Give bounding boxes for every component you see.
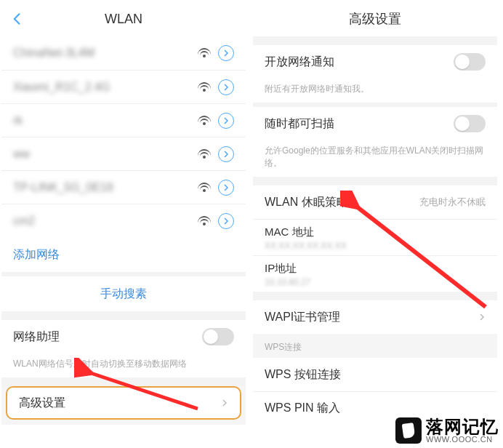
wapi-label: WAPI证书管理 (265, 310, 478, 325)
add-network-link[interactable]: 添加网络 (1, 237, 246, 272)
chevron-right-icon (478, 313, 486, 321)
wps-pin-label: WPS PIN 输入 (265, 401, 486, 416)
chevron-right-icon (221, 399, 228, 407)
network-assistant-row[interactable]: 网络助理 (1, 320, 246, 353)
scan-always-toggle[interactable] (454, 115, 486, 132)
advanced-settings-row[interactable]: 高级设置 (6, 386, 241, 420)
page-title-right: 高级设置 (349, 10, 401, 28)
watermark-text-cn: 落网记忆 (426, 418, 499, 436)
wlan-screen: WLAN ChinaNet-3L4M Xiaomi_R1C_2.4G rk ww (1, 1, 246, 425)
page-title-left: WLAN (105, 12, 142, 27)
wifi-signal-icon (198, 183, 211, 193)
wifi-name: ChinaNet-3L4M (13, 47, 198, 60)
network-assistant-toggle[interactable] (202, 328, 234, 345)
advanced-settings-screen: 高级设置 开放网络通知 附近有开放网络时通知我。 随时都可扫描 允许Google… (253, 1, 497, 425)
scan-always-title: 随时都可扫描 (265, 116, 454, 132)
watermark-icon (395, 417, 422, 444)
open-network-desc: 附近有开放网络时通知我。 (253, 79, 497, 103)
header-right: 高级设置 (253, 1, 497, 36)
wifi-network-3[interactable]: ww (1, 137, 246, 170)
wps-button-row[interactable]: WPS 按钮连接 (253, 358, 497, 391)
wifi-detail-icon[interactable] (218, 113, 234, 129)
open-network-notify-row[interactable]: 开放网络通知 (253, 45, 497, 79)
wifi-signal-icon (198, 116, 211, 126)
network-assistant-title: 网络助理 (13, 329, 202, 345)
wifi-network-2[interactable]: rk (1, 103, 246, 137)
wifi-detail-icon[interactable] (218, 146, 234, 162)
manual-search-link[interactable]: 手动搜素 (1, 276, 246, 311)
manual-search-label: 手动搜素 (100, 287, 147, 302)
wifi-network-0[interactable]: ChinaNet-3L4M (1, 36, 246, 70)
back-button[interactable] (10, 10, 28, 28)
wifi-name: ww (13, 148, 198, 161)
wifi-list: ChinaNet-3L4M Xiaomi_R1C_2.4G rk ww TP-L (1, 36, 246, 237)
wifi-detail-icon[interactable] (218, 79, 234, 95)
open-network-toggle[interactable] (454, 53, 486, 71)
open-network-title: 开放网络通知 (265, 55, 454, 70)
wifi-detail-icon[interactable] (218, 213, 234, 229)
wifi-name: Xiaomi_R1C_2.4G (13, 81, 198, 94)
wps-button-label: WPS 按钮连接 (265, 367, 486, 383)
ip-address-title: IP地址 (265, 262, 297, 276)
mac-address-title: MAC 地址 (265, 225, 314, 239)
add-network-label: 添加网络 (13, 247, 60, 263)
ip-address-value: 10.10.80.27 (265, 277, 310, 287)
wlan-sleep-value: 充电时永不休眠 (419, 196, 486, 209)
wapi-cert-row[interactable]: WAPI证书管理 (253, 300, 497, 334)
wifi-detail-icon[interactable] (218, 45, 234, 61)
wifi-name: cm2 (13, 215, 198, 228)
watermark-url: WWW.OOOC.CN (426, 436, 493, 444)
wifi-signal-icon (198, 149, 211, 159)
mac-address-value: XX:XX:XX:XX:XX:XX (265, 241, 347, 251)
scan-always-row[interactable]: 随时都可扫描 (253, 107, 497, 140)
wifi-detail-icon[interactable] (218, 180, 234, 196)
wifi-name: rk (13, 114, 198, 127)
wifi-name: TP-LINK_5G_0E18 (13, 181, 198, 194)
wifi-network-4[interactable]: TP-LINK_5G_0E18 (1, 170, 246, 204)
wlan-sleep-policy-row[interactable]: WLAN 休眠策略 充电时永不休眠 (253, 185, 497, 219)
wifi-signal-icon (198, 216, 211, 226)
wifi-signal-icon (198, 48, 211, 58)
wifi-network-1[interactable]: Xiaomi_R1C_2.4G (1, 70, 246, 103)
header-left: WLAN (1, 1, 246, 36)
network-assistant-desc: WLAN网络信号差时自动切换至移动数据网络 (1, 353, 246, 377)
wifi-network-5[interactable]: cm2 (1, 204, 246, 237)
wifi-signal-icon (198, 82, 211, 92)
wps-section-label: WPS连接 (253, 334, 497, 358)
watermark: 落网记忆 WWW.OOOC.CN (395, 417, 499, 444)
wlan-sleep-title: WLAN 休眠策略 (265, 195, 419, 210)
advanced-settings-label: 高级设置 (19, 396, 221, 411)
scan-always-desc: 允许Google的位置服务和其他应用在WLAN关闭时扫描网络。 (253, 140, 497, 177)
